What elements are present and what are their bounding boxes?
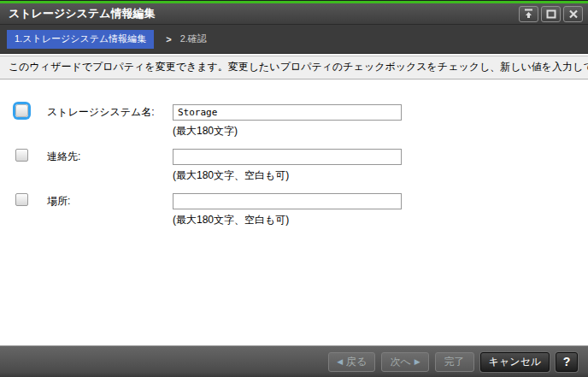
finish-button: 完了 bbox=[435, 352, 474, 372]
contact-hint: (最大180文字、空白も可) bbox=[173, 168, 402, 183]
close-icon bbox=[568, 9, 579, 19]
storage-name-row: ストレージシステム名: (最大180文字) bbox=[15, 103, 588, 138]
wizard-step-2: 2.確認 bbox=[180, 32, 207, 45]
maximize-button[interactable] bbox=[541, 6, 561, 22]
window-controls bbox=[519, 6, 583, 22]
collapse-to-top-button[interactable] bbox=[519, 6, 538, 22]
contact-input[interactable] bbox=[173, 149, 402, 165]
location-input[interactable] bbox=[173, 193, 402, 209]
dialog-body: このウィザードでプロパティを変更できます。変更したいプロパティのチェックボックス… bbox=[0, 54, 588, 345]
maximize-icon bbox=[546, 9, 556, 19]
storage-name-input[interactable] bbox=[173, 104, 402, 121]
contact-checkbox[interactable] bbox=[15, 149, 28, 162]
contact-label: 連絡先: bbox=[47, 150, 173, 164]
location-checkbox[interactable] bbox=[15, 193, 28, 206]
edit-storage-system-dialog: ストレージシステム情報編集 bbox=[0, 0, 588, 377]
location-hint: (最大180文字、空白も可) bbox=[173, 213, 402, 227]
help-button[interactable]: ? bbox=[556, 352, 578, 372]
dialog-footer: ◀ 戻る 次へ ▶ 完了 キャンセル ? bbox=[0, 345, 588, 377]
instruction-text: このウィザードでプロパティを変更できます。変更したいプロパティのチェックボックス… bbox=[0, 56, 588, 80]
back-button: ◀ 戻る bbox=[328, 352, 375, 372]
storage-name-hint: (最大180文字) bbox=[173, 124, 402, 138]
close-button[interactable] bbox=[563, 6, 583, 22]
location-row: 場所: (最大180文字、空白も可) bbox=[15, 192, 588, 227]
dialog-title: ストレージシステム情報編集 bbox=[9, 6, 519, 21]
location-label: 場所: bbox=[47, 194, 173, 209]
step-separator: > bbox=[166, 34, 171, 44]
back-arrow-icon: ◀ bbox=[337, 357, 343, 366]
dialog-titlebar: ストレージシステム情報編集 bbox=[0, 3, 588, 25]
next-button: 次へ ▶ bbox=[381, 352, 428, 372]
wizard-step-1: 1.ストレージシステム情報編集 bbox=[7, 30, 154, 49]
contact-row: 連絡先: (最大180文字、空白も可) bbox=[15, 148, 588, 183]
wizard-steps: 1.ストレージシステム情報編集 > 2.確認 bbox=[0, 25, 588, 54]
storage-name-label: ストレージシステム名: bbox=[47, 105, 173, 120]
collapse-to-top-icon bbox=[523, 9, 534, 19]
cancel-button[interactable]: キャンセル bbox=[480, 352, 550, 372]
storage-name-checkbox[interactable] bbox=[15, 104, 28, 117]
edit-form: ストレージシステム名: (最大180文字) 連絡先: (最大180文字、空白も可… bbox=[0, 80, 588, 227]
help-icon: ? bbox=[563, 355, 571, 368]
next-arrow-icon: ▶ bbox=[415, 357, 420, 366]
